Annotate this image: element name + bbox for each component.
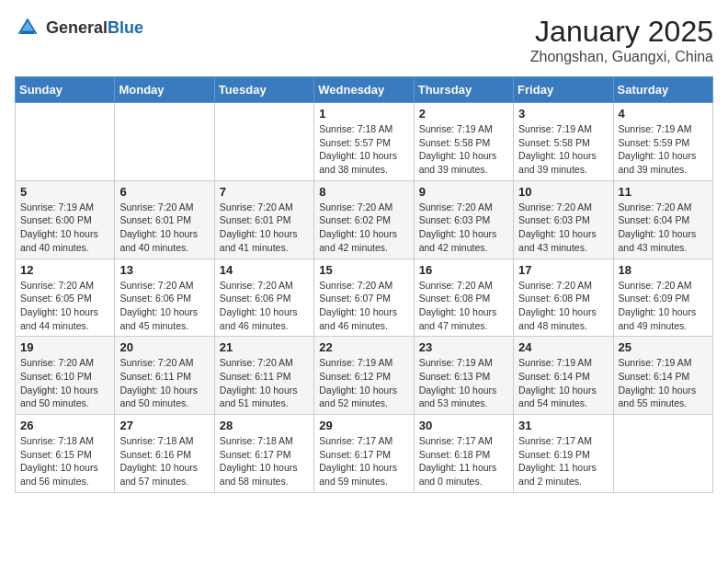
day-number: 4 — [619, 107, 708, 121]
calendar-cell: 27Sunrise: 7:18 AMSunset: 6:16 PMDayligh… — [115, 415, 214, 493]
day-number: 17 — [518, 263, 608, 277]
calendar-cell: 6Sunrise: 7:20 AMSunset: 6:01 PMDaylight… — [115, 180, 214, 259]
day-number: 26 — [20, 419, 109, 432]
day-info: Sunrise: 7:20 AMSunset: 6:01 PMDaylight:… — [220, 201, 309, 255]
day-number: 18 — [619, 263, 708, 277]
day-number: 28 — [220, 419, 309, 432]
day-number: 31 — [518, 419, 608, 432]
svg-rect-2 — [21, 31, 34, 35]
location-title: Zhongshan, Guangxi, China — [530, 49, 713, 65]
day-info: Sunrise: 7:19 AMSunset: 5:58 PMDaylight:… — [518, 122, 608, 177]
day-number: 7 — [220, 185, 309, 199]
weekday-header-saturday: Saturday — [613, 77, 712, 103]
day-info: Sunrise: 7:20 AMSunset: 6:05 PMDaylight:… — [20, 279, 109, 333]
day-info: Sunrise: 7:17 AMSunset: 6:17 PMDaylight:… — [319, 434, 408, 488]
calendar-cell: 14Sunrise: 7:20 AMSunset: 6:06 PMDayligh… — [214, 259, 313, 337]
weekday-header-sunday: Sunday — [16, 77, 115, 103]
calendar-cell: 26Sunrise: 7:18 AMSunset: 6:15 PMDayligh… — [16, 415, 115, 493]
calendar-cell: 22Sunrise: 7:19 AMSunset: 6:12 PMDayligh… — [314, 337, 414, 415]
calendar-cell: 12Sunrise: 7:20 AMSunset: 6:05 PMDayligh… — [16, 259, 115, 337]
calendar-cell: 25Sunrise: 7:19 AMSunset: 6:14 PMDayligh… — [613, 337, 712, 415]
calendar-week-row: 19Sunrise: 7:20 AMSunset: 6:10 PMDayligh… — [16, 337, 713, 415]
day-info: Sunrise: 7:19 AMSunset: 5:58 PMDaylight:… — [419, 122, 508, 177]
day-info: Sunrise: 7:20 AMSunset: 6:11 PMDaylight:… — [119, 356, 209, 410]
calendar-cell — [16, 103, 115, 181]
calendar-cell: 18Sunrise: 7:20 AMSunset: 6:09 PMDayligh… — [613, 259, 712, 337]
day-info: Sunrise: 7:20 AMSunset: 6:04 PMDaylight:… — [619, 201, 708, 255]
calendar-cell: 4Sunrise: 7:19 AMSunset: 5:59 PMDaylight… — [613, 103, 712, 181]
day-number: 16 — [419, 263, 508, 277]
day-number: 3 — [518, 107, 608, 121]
day-number: 24 — [518, 340, 608, 354]
calendar-cell: 2Sunrise: 7:19 AMSunset: 5:58 PMDaylight… — [414, 103, 513, 181]
calendar-cell: 23Sunrise: 7:19 AMSunset: 6:13 PMDayligh… — [414, 337, 513, 415]
logo-text-general: General — [46, 18, 108, 37]
day-info: Sunrise: 7:20 AMSunset: 6:11 PMDaylight:… — [220, 356, 309, 410]
day-number: 14 — [220, 263, 309, 277]
day-info: Sunrise: 7:20 AMSunset: 6:09 PMDaylight:… — [619, 279, 708, 333]
calendar-cell: 3Sunrise: 7:19 AMSunset: 5:58 PMDaylight… — [514, 103, 613, 181]
calendar-cell: 30Sunrise: 7:17 AMSunset: 6:18 PMDayligh… — [414, 415, 513, 493]
day-info: Sunrise: 7:20 AMSunset: 6:08 PMDaylight:… — [518, 279, 608, 333]
calendar-cell: 28Sunrise: 7:18 AMSunset: 6:17 PMDayligh… — [214, 415, 313, 493]
day-number: 29 — [319, 419, 408, 432]
day-number: 1 — [319, 107, 408, 121]
day-number: 6 — [119, 185, 209, 199]
day-info: Sunrise: 7:18 AMSunset: 5:57 PMDaylight:… — [319, 122, 408, 177]
day-number: 10 — [518, 185, 608, 199]
day-number: 12 — [20, 263, 109, 277]
day-info: Sunrise: 7:20 AMSunset: 6:08 PMDaylight:… — [419, 279, 508, 333]
calendar-cell: 15Sunrise: 7:20 AMSunset: 6:07 PMDayligh… — [314, 259, 414, 337]
day-info: Sunrise: 7:18 AMSunset: 6:17 PMDaylight:… — [220, 434, 309, 488]
weekday-header-wednesday: Wednesday — [314, 77, 414, 103]
day-number: 15 — [319, 263, 408, 277]
day-info: Sunrise: 7:17 AMSunset: 6:19 PMDaylight:… — [518, 434, 608, 488]
day-info: Sunrise: 7:17 AMSunset: 6:18 PMDaylight:… — [419, 434, 508, 488]
calendar-cell: 11Sunrise: 7:20 AMSunset: 6:04 PMDayligh… — [613, 180, 712, 259]
day-info: Sunrise: 7:20 AMSunset: 6:02 PMDaylight:… — [319, 201, 408, 255]
calendar-body: 1Sunrise: 7:18 AMSunset: 5:57 PMDaylight… — [16, 103, 713, 493]
day-number: 22 — [319, 340, 408, 354]
calendar-cell: 9Sunrise: 7:20 AMSunset: 6:03 PMDaylight… — [414, 180, 513, 259]
day-number: 25 — [619, 340, 708, 354]
calendar-cell: 21Sunrise: 7:20 AMSunset: 6:11 PMDayligh… — [214, 337, 313, 415]
calendar-cell — [613, 415, 712, 493]
weekday-header-thursday: Thursday — [414, 77, 513, 103]
calendar-cell: 17Sunrise: 7:20 AMSunset: 6:08 PMDayligh… — [514, 259, 613, 337]
calendar-week-row: 26Sunrise: 7:18 AMSunset: 6:15 PMDayligh… — [16, 415, 713, 493]
logo-text-blue: Blue — [108, 18, 143, 37]
month-title: January 2025 — [530, 15, 713, 49]
title-block: January 2025 Zhongshan, Guangxi, China — [530, 15, 713, 65]
day-info: Sunrise: 7:18 AMSunset: 6:16 PMDaylight:… — [119, 434, 209, 488]
day-info: Sunrise: 7:20 AMSunset: 6:06 PMDaylight:… — [220, 279, 309, 333]
day-number: 27 — [119, 419, 209, 432]
day-number: 21 — [220, 340, 309, 354]
day-info: Sunrise: 7:19 AMSunset: 6:00 PMDaylight:… — [20, 201, 109, 255]
day-number: 19 — [20, 340, 109, 354]
calendar-cell: 10Sunrise: 7:20 AMSunset: 6:03 PMDayligh… — [514, 180, 613, 259]
day-number: 5 — [20, 185, 109, 199]
page-header: GeneralBlue January 2025 Zhongshan, Guan… — [15, 15, 713, 65]
day-info: Sunrise: 7:20 AMSunset: 6:06 PMDaylight:… — [119, 279, 209, 333]
logo-icon — [15, 15, 40, 40]
weekday-header-tuesday: Tuesday — [214, 77, 313, 103]
calendar-week-row: 1Sunrise: 7:18 AMSunset: 5:57 PMDaylight… — [16, 103, 713, 181]
calendar-cell: 13Sunrise: 7:20 AMSunset: 6:06 PMDayligh… — [115, 259, 214, 337]
calendar-table: SundayMondayTuesdayWednesdayThursdayFrid… — [15, 76, 713, 493]
calendar-cell: 7Sunrise: 7:20 AMSunset: 6:01 PMDaylight… — [214, 180, 313, 259]
day-info: Sunrise: 7:20 AMSunset: 6:01 PMDaylight:… — [119, 201, 209, 255]
calendar-cell — [115, 103, 214, 181]
day-info: Sunrise: 7:19 AMSunset: 6:13 PMDaylight:… — [419, 356, 508, 410]
day-info: Sunrise: 7:19 AMSunset: 6:14 PMDaylight:… — [518, 356, 608, 410]
calendar-cell: 29Sunrise: 7:17 AMSunset: 6:17 PMDayligh… — [314, 415, 414, 493]
calendar-cell: 24Sunrise: 7:19 AMSunset: 6:14 PMDayligh… — [514, 337, 613, 415]
day-number: 30 — [419, 419, 508, 432]
day-number: 11 — [619, 185, 708, 199]
day-number: 9 — [419, 185, 508, 199]
logo: GeneralBlue — [15, 15, 143, 40]
weekday-header-monday: Monday — [115, 77, 214, 103]
day-number: 2 — [419, 107, 508, 121]
day-info: Sunrise: 7:19 AMSunset: 5:59 PMDaylight:… — [619, 122, 708, 177]
calendar-cell: 5Sunrise: 7:19 AMSunset: 6:00 PMDaylight… — [16, 180, 115, 259]
day-info: Sunrise: 7:20 AMSunset: 6:03 PMDaylight:… — [419, 201, 508, 255]
